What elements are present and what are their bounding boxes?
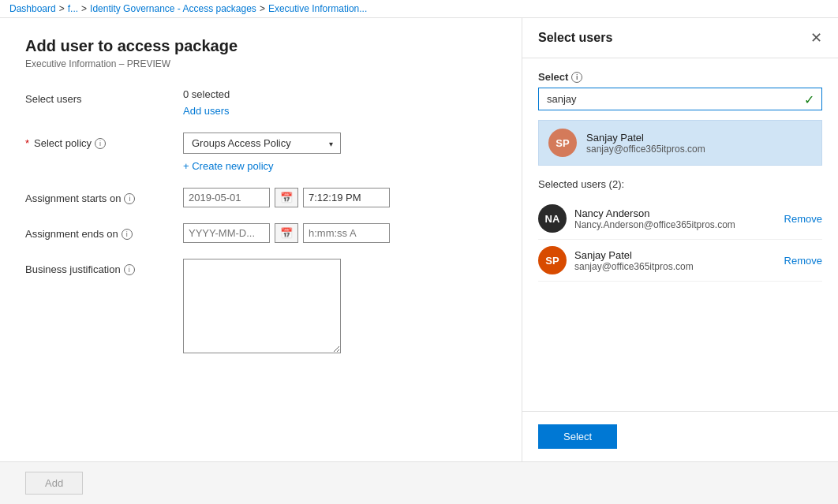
avatar: SP	[548, 129, 577, 157]
selected-users-section: Selected users (2): NA Nancy Anderson Na…	[538, 178, 822, 282]
starts-time-input[interactable]	[303, 188, 390, 207]
business-justification-label: Business justification i	[25, 259, 183, 275]
remove-sanjay-button[interactable]: Remove	[784, 255, 822, 267]
assignment-ends-row: Assignment ends on i 📅	[25, 223, 496, 243]
user-name: Sanjay Patel	[586, 132, 812, 144]
search-result-item[interactable]: SP Sanjay Patel sanjay@office365itpros.c…	[538, 120, 822, 166]
checkmark-icon: ✓	[804, 91, 814, 106]
right-panel: Select users ✕ Select i ✓ SP Sanjay Pate…	[522, 18, 838, 461]
bottom-bar: Add	[0, 461, 838, 504]
justification-info-icon[interactable]: i	[124, 264, 135, 275]
breadcrumb-identity-governance[interactable]: Identity Governance - Access packages	[90, 3, 256, 14]
select-users-row: Select users 0 selected Add users	[25, 88, 496, 117]
business-justification-value	[183, 259, 496, 356]
select-users-value: 0 selected Add users	[183, 88, 496, 117]
user-info-sanjay: Sanjay Patel sanjay@office365itpros.com	[574, 249, 776, 272]
right-panel-body: Select i ✓ SP Sanjay Patel sanjay@office…	[522, 58, 838, 411]
policy-info-icon[interactable]: i	[95, 138, 106, 149]
selected-count: 0 selected	[183, 88, 496, 100]
policy-select-wrapper: Groups Access Policy ▾	[183, 133, 341, 154]
selected-user-row-1: NA Nancy Anderson Nancy.Anderson@office3…	[538, 198, 822, 240]
breadcrumb-resource[interactable]: f...	[68, 3, 78, 14]
page-subtitle: Executive Information – PREVIEW	[25, 58, 496, 69]
add-users-link[interactable]: Add users	[183, 105, 230, 117]
select-field-label: Select i	[538, 71, 822, 83]
left-panel: Add user to access package Executive Inf…	[0, 18, 522, 461]
ends-date-input[interactable]	[183, 223, 270, 243]
right-panel-title: Select users	[538, 31, 612, 45]
policy-select[interactable]: Groups Access Policy	[183, 133, 341, 154]
create-policy-link[interactable]: + Create new policy	[183, 160, 496, 172]
ends-calendar-icon[interactable]: 📅	[275, 223, 298, 243]
breadcrumb-dashboard[interactable]: Dashboard	[9, 3, 56, 14]
right-panel-footer: Select	[522, 411, 838, 461]
add-button[interactable]: Add	[25, 472, 83, 495]
close-button[interactable]: ✕	[810, 31, 822, 45]
ends-time-input[interactable]	[303, 223, 390, 243]
right-panel-header: Select users ✕	[522, 18, 838, 58]
avatar-sanjay: SP	[538, 246, 567, 274]
assignment-starts-row: Assignment starts on i 📅	[25, 188, 496, 207]
avatar-nancy: NA	[538, 204, 567, 233]
select-button[interactable]: Select	[538, 424, 617, 449]
user-email-nancy: Nancy.Anderson@office365itpros.com	[574, 219, 776, 230]
assignment-starts-value: 📅	[183, 188, 496, 207]
selected-user-row-2: SP Sanjay Patel sanjay@office365itpros.c…	[538, 240, 822, 282]
select-policy-row: * Select policy i Groups Access Policy ▾…	[25, 133, 496, 172]
remove-nancy-button[interactable]: Remove	[784, 213, 822, 225]
starts-calendar-icon[interactable]: 📅	[275, 188, 298, 207]
user-info: Sanjay Patel sanjay@office365itpros.com	[586, 132, 812, 155]
policy-select-value: Groups Access Policy ▾ + Create new poli…	[183, 133, 496, 172]
assignment-starts-label: Assignment starts on i	[25, 188, 183, 204]
user-name-sanjay: Sanjay Patel	[574, 249, 776, 261]
search-input[interactable]	[538, 88, 822, 110]
page-title: Add user to access package	[25, 37, 496, 55]
starts-info-icon[interactable]: i	[124, 193, 135, 204]
breadcrumb-exec-info[interactable]: Executive Information...	[268, 3, 367, 14]
ends-info-icon[interactable]: i	[122, 229, 133, 240]
search-input-wrapper: ✓	[538, 88, 822, 110]
user-email-sanjay: sanjay@office365itpros.com	[574, 261, 776, 272]
business-justification-input[interactable]	[183, 259, 341, 353]
selected-users-label: Selected users (2):	[538, 178, 822, 190]
select-users-label: Select users	[25, 88, 183, 105]
select-policy-label: * Select policy i	[25, 133, 183, 149]
starts-date-input[interactable]	[183, 188, 270, 207]
select-info-icon[interactable]: i	[571, 72, 582, 83]
business-justification-row: Business justification i	[25, 259, 496, 356]
assignment-ends-value: 📅	[183, 223, 496, 243]
user-info-nancy: Nancy Anderson Nancy.Anderson@office365i…	[574, 207, 776, 230]
assignment-ends-label: Assignment ends on i	[25, 223, 183, 240]
user-email: sanjay@office365itpros.com	[586, 144, 812, 155]
breadcrumb: Dashboard > f... > Identity Governance -…	[0, 0, 838, 18]
user-name-nancy: Nancy Anderson	[574, 207, 776, 219]
